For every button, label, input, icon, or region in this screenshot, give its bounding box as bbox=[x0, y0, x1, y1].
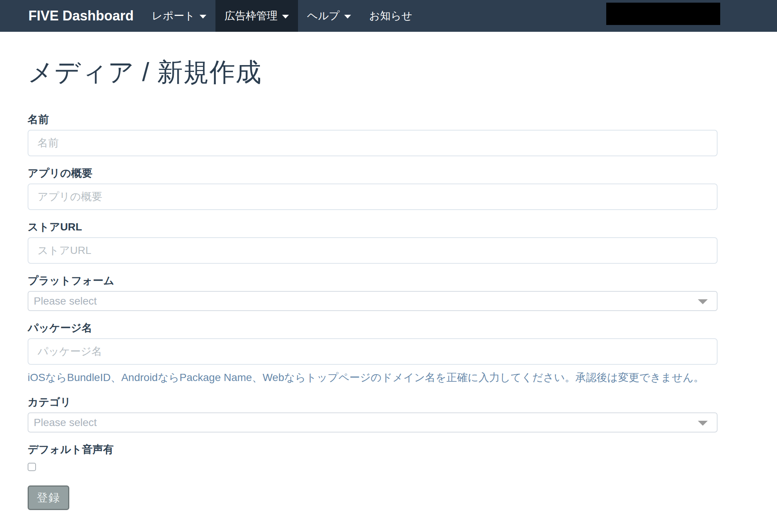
main-content: メディア / 新規作成 名前 アプリの概要 ストアURL プラットフォーム Pl… bbox=[0, 55, 777, 510]
nav-item-label: ヘルプ bbox=[307, 9, 340, 23]
nav-item-help[interactable]: ヘルプ bbox=[298, 0, 360, 32]
platform-label: プラットフォーム bbox=[28, 274, 718, 287]
name-input[interactable] bbox=[28, 130, 718, 156]
form-group-app-summary: アプリの概要 bbox=[28, 167, 718, 210]
name-label: 名前 bbox=[28, 113, 718, 126]
category-select[interactable]: Please select bbox=[28, 412, 718, 432]
media-create-form: 名前 アプリの概要 ストアURL プラットフォーム Please select bbox=[28, 113, 718, 510]
form-group-platform: プラットフォーム Please select bbox=[28, 274, 718, 311]
app-summary-input[interactable] bbox=[28, 184, 718, 210]
nav-item-label: レポート bbox=[152, 9, 195, 23]
top-navbar: FIVE Dashboard レポート 広告枠管理 ヘルプ お知らせ bbox=[0, 0, 777, 32]
form-group-default-sound: デフォルト音声有 bbox=[28, 443, 718, 473]
form-group-category: カテゴリ Please select bbox=[28, 396, 718, 432]
brand-logo[interactable]: FIVE Dashboard bbox=[28, 0, 134, 32]
nav-item-news[interactable]: お知らせ bbox=[360, 0, 421, 32]
form-group-store-url: ストアURL bbox=[28, 221, 718, 264]
nav-item-reports[interactable]: レポート bbox=[143, 0, 215, 32]
store-url-label: ストアURL bbox=[28, 221, 718, 233]
form-group-name: 名前 bbox=[28, 113, 718, 156]
package-name-label: パッケージ名 bbox=[28, 322, 718, 334]
user-account-redacted[interactable] bbox=[606, 3, 720, 25]
package-name-help-text: iOSならBundleID、AndroidならPackage Name、Webな… bbox=[28, 370, 718, 385]
default-sound-checkbox[interactable] bbox=[28, 463, 36, 471]
chevron-down-icon bbox=[282, 15, 289, 19]
category-select-wrap: Please select bbox=[28, 412, 718, 432]
nav-item-ad-slot-management[interactable]: 広告枠管理 bbox=[215, 0, 298, 32]
package-name-input[interactable] bbox=[28, 338, 718, 365]
platform-select[interactable]: Please select bbox=[28, 291, 718, 311]
store-url-input[interactable] bbox=[28, 237, 718, 264]
platform-select-wrap: Please select bbox=[28, 291, 718, 311]
chevron-down-icon bbox=[344, 15, 351, 19]
category-label: カテゴリ bbox=[28, 396, 718, 409]
nav-item-label: 広告枠管理 bbox=[225, 9, 278, 23]
submit-button[interactable]: 登録 bbox=[28, 485, 69, 510]
default-sound-label: デフォルト音声有 bbox=[28, 443, 718, 456]
form-group-package-name: パッケージ名 iOSならBundleID、AndroidならPackage Na… bbox=[28, 322, 718, 385]
nav-item-label: お知らせ bbox=[369, 9, 412, 23]
page-title: メディア / 新規作成 bbox=[28, 55, 718, 90]
app-summary-label: アプリの概要 bbox=[28, 167, 718, 180]
chevron-down-icon bbox=[200, 15, 206, 19]
